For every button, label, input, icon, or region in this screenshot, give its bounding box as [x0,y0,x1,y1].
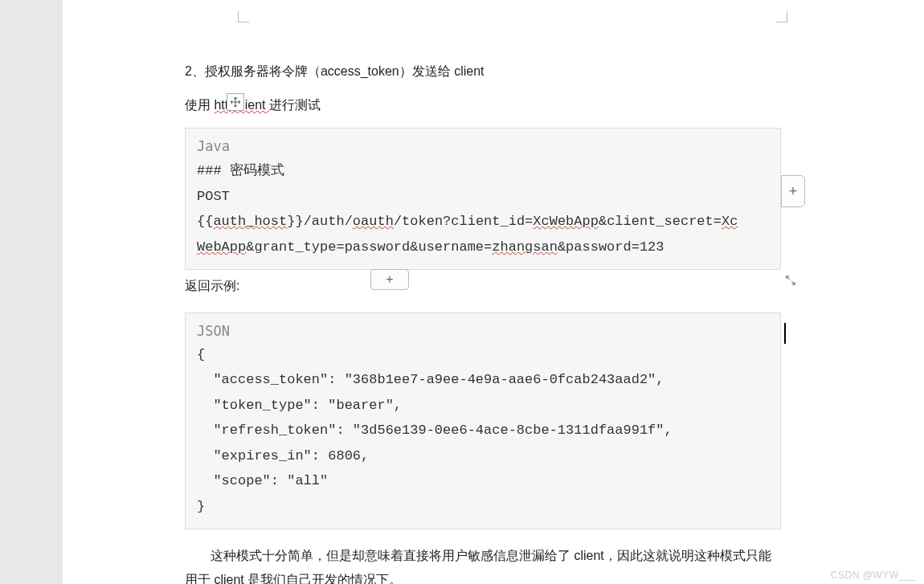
code-text-cn: 密码模式 [230,162,284,178]
code-line: "token_type": "bearer", [197,393,769,418]
text-line-1: 2、授权服务器将令牌（access_token）发送给 client [185,61,787,82]
code-line: "scope": "all" [197,468,769,493]
code-text-var: auth_host [213,214,287,229]
code-line: } [197,494,769,519]
code-text: }}/auth/ [287,214,353,229]
code-line: { [197,342,769,367]
code-text: &password=123 [558,239,664,255]
code-block-json[interactable]: JSON { "access_token": "368b1ee7-a9ee-4e… [185,312,781,529]
code-line: WebApp&grant_type=password&username=zhan… [197,235,769,259]
return-example-label: 返回示例: [185,278,787,295]
code-block-java[interactable]: Java ### 密码模式 POST {{auth_host}}/auth/oa… [185,128,781,270]
move-handle-icon[interactable] [227,93,244,111]
document-page: 2、授权服务器将令牌（access_token）发送给 client 使用 ht… [63,0,924,584]
code-text: ### [197,163,230,178]
watermark: CSDN @WYW___ [831,570,916,581]
text: ）发送给 client [399,64,484,78]
margin-corner-right [776,11,787,22]
code-text-path: oauth [353,214,394,229]
code-text: &grant_type=password&username= [246,239,492,255]
document-content: 2、授权服务器将令牌（access_token）发送给 client 使用 ht… [185,61,787,584]
code-text-val: WebApp [197,239,246,255]
text-line-2: 使用 httpclient 进行测试 [185,95,787,116]
code-line: {{auth_host}}/auth/oauth/token?client_id… [197,209,769,234]
code-language-label: Java [197,138,769,154]
text: 2、授权服务器将令牌（ [185,64,321,78]
code-line: ### 密码模式 [197,157,769,183]
code-line: "expires_in": 6806, [197,443,769,468]
text-token: access_token [321,64,399,78]
code-text-val: Xc [722,214,738,229]
code-text: {{ [197,214,213,229]
code-line: "refresh_token": "3d56e139-0ee6-4ace-8cb… [197,418,769,443]
code-line: POST [197,184,769,209]
code-text: &client_secret= [599,214,722,229]
text: 使用 [185,98,214,112]
code-language-label: JSON [197,323,769,339]
text: 进行测试 [269,98,321,112]
expand-icon[interactable] [782,272,799,289]
text-cursor [784,323,786,344]
code-text-val: XcWebApp [533,214,599,229]
summary-paragraph: 这种模式十分简单，但是却意味着直接将用户敏感信息泄漏给了 client，因此这就… [185,544,781,584]
code-text: /token?client_id= [394,214,533,229]
code-text-val: zhangsan [492,239,558,255]
add-inline-button[interactable]: + [370,269,409,290]
left-margin-gutter [0,0,63,584]
margin-corner-left [238,11,249,22]
code-line: "access_token": "368b1ee7-a9ee-4e9a-aae6… [197,367,769,392]
add-side-button[interactable]: + [781,175,805,207]
